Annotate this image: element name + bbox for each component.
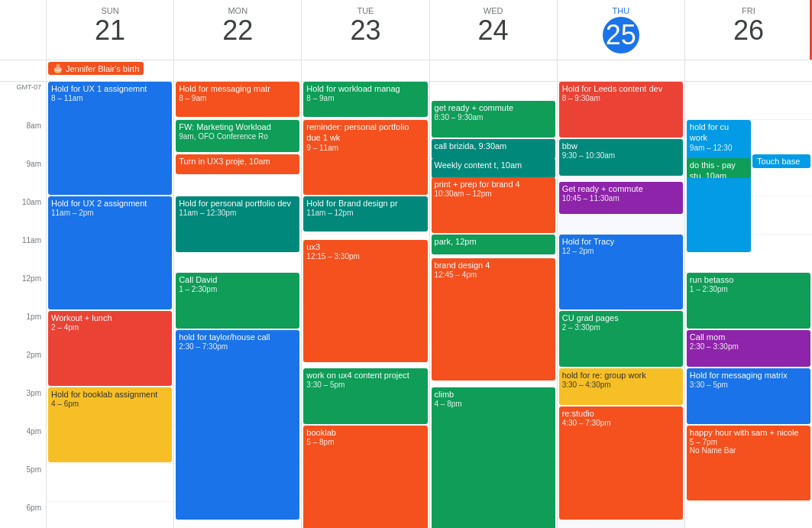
event-workout[interactable]: Workout + lunch 2 – 4pm	[48, 311, 172, 386]
event-climb[interactable]: climb 4 – 8pm	[432, 387, 555, 528]
time-6pm: 6pm	[0, 502, 46, 528]
event-ux3-tue[interactable]: ux3 12:15 – 3:30pm	[303, 240, 427, 362]
allday-wed	[429, 60, 557, 81]
grid-scroll[interactable]: GMT-07 8am 9am 10am 11am 12pm 1pm 2pm 3p…	[0, 82, 812, 528]
event-call-brizida[interactable]: call brizida, 9:30am	[432, 139, 555, 159]
time-3pm: 3pm	[0, 387, 46, 426]
col-sun: Hold for UX 1 assignemnt 8 – 11am Hold f…	[46, 82, 173, 528]
mon-num: 22	[177, 17, 298, 44]
event-booklab-tue[interactable]: booklab 5 – 8pm	[303, 426, 427, 528]
header-row: Sun 21 Mon 22 Tue 23 Wed 24 Thu 25 Fri 2…	[0, 0, 812, 60]
event-call-mom[interactable]: Call mom 2:30 – 3:30pm	[687, 330, 810, 367]
event-pay-stu[interactable]: do this - pay stu, 10am	[687, 158, 751, 178]
header-mon[interactable]: Mon 22	[173, 0, 301, 60]
time-5pm: 5pm	[0, 464, 46, 502]
event-ux1[interactable]: Hold for UX 1 assignemnt 8 – 11am	[48, 82, 172, 195]
event-tracy[interactable]: Hold for Tracy 12 – 2pm	[559, 235, 683, 309]
allday-fri	[684, 60, 812, 81]
birthday-icon: 🎂	[53, 63, 63, 73]
wed-num: 24	[433, 17, 554, 44]
time-labels: GMT-07 8am 9am 10am 11am 12pm 1pm 2pm 3p…	[0, 82, 46, 528]
time-12pm: 12pm	[0, 273, 46, 311]
event-ux3-turn[interactable]: Turn in UX3 proje, 10am	[176, 154, 299, 174]
allday-label	[0, 60, 46, 81]
touch-base-popup[interactable]: Touch base	[752, 154, 810, 168]
event-booklab-sun[interactable]: Hold for booklab assignment 4 – 6pm	[48, 387, 172, 462]
event-brand-design-4[interactable]: brand design 4 12:45 – 4pm	[432, 258, 555, 381]
event-get-ready-thu[interactable]: Get ready + commute 10:45 – 11:30am	[559, 182, 683, 214]
touch-base-label: Touch base	[757, 157, 800, 166]
event-weekly-content[interactable]: Weekly content t, 10am	[432, 158, 555, 178]
time-2pm: 2pm	[0, 349, 46, 387]
event-happy-hour[interactable]: happy hour with sam + nicole 5 – 7pm No …	[687, 426, 810, 500]
header-sun[interactable]: Sun 21	[46, 0, 173, 60]
time-4pm: 4pm	[0, 426, 46, 464]
event-portfolio-reminder[interactable]: reminder: personal portfolio due 1 wk 9 …	[303, 120, 427, 195]
header-thu[interactable]: Thu 25	[557, 0, 684, 60]
event-print-prep[interactable]: print + prep for brand 4 10:30am – 12pm	[432, 177, 555, 233]
allday-mon	[173, 60, 301, 81]
calendar: Sun 21 Mon 22 Tue 23 Wed 24 Thu 25 Fri 2…	[0, 0, 812, 528]
fri-num: 26	[688, 17, 809, 44]
col-thu: Hold for Leeds content dev 8 – 9:30am bb…	[557, 82, 684, 528]
allday-thu	[557, 60, 684, 81]
event-messaging-fri[interactable]: Hold for messaging matrix 3:30 – 5pm	[687, 368, 810, 424]
time-11am: 11am	[0, 235, 46, 273]
col-tue: Hold for workload manag 8 – 9am reminder…	[301, 82, 429, 528]
thu-num: 25	[603, 17, 639, 53]
thu-name: Thu	[561, 6, 681, 15]
event-brand-design[interactable]: Hold for Brand design pr 11am – 12pm	[303, 196, 427, 232]
time-9am: 9am	[0, 158, 46, 196]
allday-tue	[301, 60, 429, 81]
birthday-badge[interactable]: 🎂 Jennifer Blair's birth	[48, 62, 144, 75]
time-8am: 8am	[0, 120, 46, 158]
gmt-spacer	[0, 0, 46, 60]
event-workload-tue[interactable]: Hold for workload manag 8 – 9am	[303, 82, 427, 117]
event-restudio[interactable]: re:studio 4:30 – 7:30pm	[559, 407, 683, 520]
time-grid: GMT-07 8am 9am 10am 11am 12pm 1pm 2pm 3p…	[0, 82, 812, 528]
event-park[interactable]: park, 12pm	[432, 235, 555, 254]
event-call-david[interactable]: Call David 1 – 2:30pm	[176, 273, 299, 329]
header-fri[interactable]: Fri 26	[684, 0, 812, 60]
event-cu-work[interactable]: hold for cu work 9am – 12:30	[687, 120, 751, 252]
sun-num: 21	[50, 17, 170, 44]
event-taylor[interactable]: hold for taylor/house call 2:30 – 7:30pm	[176, 330, 299, 520]
allday-row: 🎂 Jennifer Blair's birth	[0, 60, 812, 82]
birthday-text: Jennifer Blair's birth	[66, 64, 139, 73]
header-wed[interactable]: Wed 24	[429, 0, 557, 60]
time-1pm: 1pm	[0, 311, 46, 349]
event-commute-wed[interactable]: get ready + commute 8:30 – 9:30am	[432, 101, 555, 138]
event-portfolio-dev[interactable]: Hold for personal portfolio dev 11am – 1…	[176, 196, 299, 252]
event-bbw[interactable]: bbw 9:30 – 10:30am	[559, 139, 683, 176]
event-ux2[interactable]: Hold for UX 2 assignment 11am – 2pm	[48, 196, 172, 309]
gmt-label: GMT-07	[0, 82, 46, 120]
allday-sun: 🎂 Jennifer Blair's birth	[46, 60, 173, 81]
event-betasso[interactable]: run betasso 1 – 2:30pm	[687, 273, 810, 329]
col-fri: hold for cu work 9am – 12:30 Touch base …	[684, 82, 812, 528]
event-cu-grad[interactable]: CU grad pages 2 – 3:30pm	[559, 311, 683, 367]
event-ux4-content[interactable]: work on ux4 content project 3:30 – 5pm	[303, 368, 427, 424]
header-tue[interactable]: Tue 23	[301, 0, 429, 60]
event-group-work[interactable]: hold for re: group work 3:30 – 4:30pm	[559, 368, 683, 405]
days-area: Hold for UX 1 assignemnt 8 – 11am Hold f…	[46, 82, 812, 528]
time-10am: 10am	[0, 196, 46, 235]
event-leeds[interactable]: Hold for Leeds content dev 8 – 9:30am	[559, 82, 683, 138]
col-wed: get ready + commute 8:30 – 9:30am call b…	[429, 82, 557, 528]
tue-num: 23	[305, 17, 425, 44]
event-marketing[interactable]: FW: Marketing Workload 9am, OFO Conferen…	[176, 120, 299, 152]
col-mon: Hold for messaging matr 8 – 9am FW: Mark…	[173, 82, 301, 528]
event-messaging-mon[interactable]: Hold for messaging matr 8 – 9am	[176, 82, 299, 117]
